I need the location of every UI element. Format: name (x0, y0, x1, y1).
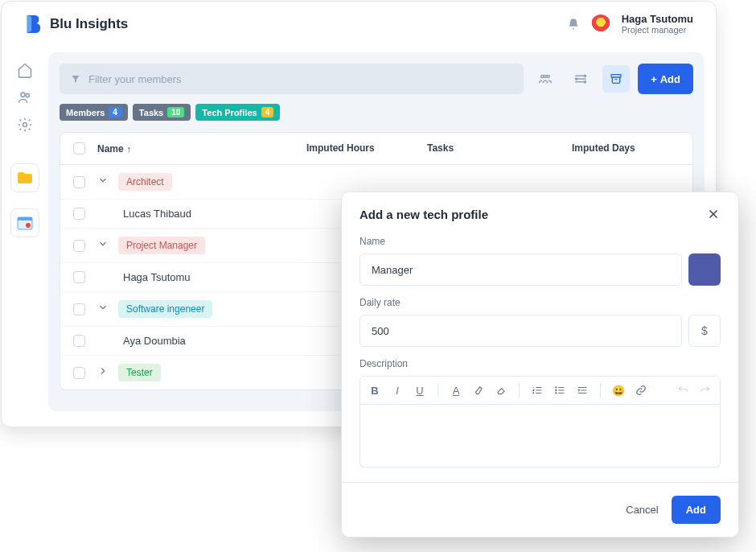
user-role: Project manager (622, 25, 693, 35)
rate-field[interactable] (360, 315, 682, 347)
plus-icon: + (651, 73, 657, 85)
svg-point-8 (544, 76, 547, 78)
group-tag[interactable]: Tester (118, 364, 161, 381)
row-checkbox[interactable] (73, 367, 85, 379)
archive-icon[interactable] (602, 65, 630, 93)
member-name[interactable]: Aya Doumbia (123, 335, 186, 347)
chevron-right-icon[interactable] (97, 365, 115, 380)
svg-point-15 (556, 393, 557, 393)
header: Blu Insights Haga Tsutomu Project manage… (2, 2, 716, 46)
svg-point-2 (23, 123, 27, 127)
sort-asc-icon: ↑ (127, 144, 132, 154)
svg-point-11 (584, 81, 585, 83)
svg-point-9 (584, 75, 585, 76)
underline-icon[interactable]: U (413, 385, 426, 397)
add-button[interactable]: + Add (638, 64, 693, 94)
modal-footer: Cancel Add (342, 482, 738, 537)
text-color-icon[interactable]: A (450, 385, 462, 397)
modal-header: Add a new tech profile (342, 192, 738, 236)
svg-point-0 (21, 93, 25, 97)
toolbar: Filter your members + Add (60, 64, 693, 94)
svg-rect-4 (18, 217, 32, 220)
svg-point-5 (26, 223, 31, 228)
highlight-icon[interactable] (472, 385, 485, 396)
logo-icon (24, 14, 42, 35)
nav-card-2[interactable] (10, 208, 39, 237)
svg-rect-12 (611, 75, 621, 77)
add-tech-modal: Add a new tech profile Name Daily rate $… (341, 192, 739, 538)
group-icon[interactable] (532, 65, 559, 93)
row-checkbox[interactable] (73, 176, 85, 188)
close-icon[interactable] (706, 207, 721, 221)
svg-point-10 (576, 78, 577, 80)
bold-icon[interactable]: B (368, 385, 381, 397)
group-tag[interactable]: Project Manager (118, 237, 205, 254)
modal-title: Add a new tech profile (360, 208, 488, 221)
row-checkbox[interactable] (73, 335, 85, 347)
gear-icon[interactable] (17, 117, 33, 133)
app-name: Blu Insights (50, 16, 128, 32)
row-checkbox[interactable] (73, 271, 85, 283)
filter-placeholder: Filter your members (88, 73, 182, 85)
modal-add-button[interactable]: Add (672, 496, 721, 524)
chevron-down-icon[interactable] (97, 238, 115, 253)
col-days[interactable]: Imputed Days (572, 142, 680, 154)
desc-label: Description (360, 358, 721, 369)
bullet-list-icon[interactable] (553, 385, 566, 396)
avatar[interactable] (591, 14, 610, 34)
chip-tech[interactable]: Tech Profiles 4 (195, 104, 280, 121)
logo[interactable]: Blu Insights (24, 14, 128, 35)
chip-tasks[interactable]: Tasks 10 (133, 104, 191, 121)
emoji-icon[interactable]: 😀 (612, 385, 625, 397)
member-name[interactable]: Haga Tsutomu (123, 271, 191, 283)
name-field[interactable] (360, 253, 682, 286)
group-tag[interactable]: Software ingeneer (118, 300, 212, 318)
col-hours[interactable]: Imputed Hours (306, 142, 427, 154)
select-all-checkbox[interactable] (73, 142, 85, 154)
group-tag[interactable]: Architect (118, 173, 172, 191)
filter-input[interactable]: Filter your members (60, 64, 524, 94)
rate-label: Daily rate (360, 297, 721, 308)
calendar-icon (17, 216, 33, 230)
italic-icon[interactable]: I (391, 385, 404, 397)
nav-card-1[interactable] (10, 163, 39, 192)
svg-point-14 (556, 389, 557, 390)
nav-column (2, 46, 48, 422)
member-name[interactable]: Lucas Thibaud (123, 208, 191, 220)
bell-icon[interactable] (567, 18, 580, 31)
svg-point-1 (26, 93, 29, 97)
chevron-down-icon[interactable] (97, 175, 115, 189)
row-checkbox[interactable] (73, 208, 85, 220)
row-checkbox[interactable] (73, 303, 85, 315)
filter-chips: Members 4 Tasks 10 Tech Profiles 4 (60, 104, 693, 121)
users-icon[interactable] (17, 89, 33, 105)
folder-icon (17, 171, 33, 184)
redo-icon[interactable] (699, 385, 712, 396)
undo-icon[interactable] (676, 385, 689, 396)
svg-point-13 (556, 387, 557, 388)
home-icon[interactable] (17, 62, 33, 78)
svg-point-7 (547, 76, 549, 78)
modal-body: Name Daily rate $ Description B I U A (342, 236, 738, 482)
filter-icon (71, 74, 80, 84)
row-checkbox[interactable] (73, 240, 85, 252)
user-info[interactable]: Haga Tsutomu Project manager (622, 13, 693, 35)
eraser-icon[interactable] (495, 385, 507, 396)
table-header: Name ↑ Imputed Hours Tasks Imputed Days (60, 133, 692, 165)
indent-icon[interactable] (576, 385, 589, 396)
description-editor[interactable] (360, 405, 721, 468)
sliders-icon[interactable] (567, 65, 594, 93)
chevron-down-icon[interactable] (97, 302, 115, 316)
ordered-list-icon[interactable] (531, 385, 544, 396)
editor-toolbar: B I U A 😀 (360, 376, 721, 405)
cancel-button[interactable]: Cancel (626, 504, 658, 516)
link-icon[interactable] (635, 385, 647, 396)
col-tasks[interactable]: Tasks (427, 142, 572, 154)
color-picker[interactable] (688, 253, 721, 286)
col-name[interactable]: Name ↑ (97, 142, 306, 154)
svg-point-6 (541, 76, 544, 78)
header-right: Haga Tsutomu Project manager (567, 13, 693, 35)
chip-members[interactable]: Members 4 (60, 104, 128, 121)
user-name: Haga Tsutomu (622, 13, 693, 25)
name-label: Name (360, 236, 721, 247)
